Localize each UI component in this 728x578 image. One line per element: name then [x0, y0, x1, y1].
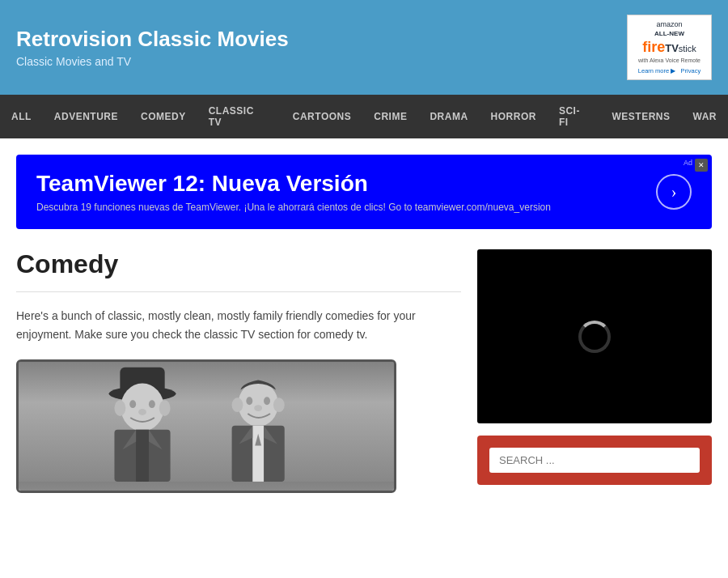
nav-item-sci-fi[interactable]: SCI-FI — [548, 95, 601, 138]
movie-thumbnail[interactable] — [16, 359, 396, 493]
heading-divider — [16, 291, 461, 292]
movie-scene-svg — [19, 359, 394, 482]
nav-item-classic-tv[interactable]: CLASSIC TV — [197, 95, 281, 138]
svg-point-3 — [121, 384, 163, 431]
nav-item-cartoons[interactable]: CARTOONS — [281, 100, 362, 133]
nav-item-war[interactable]: WAR — [682, 100, 729, 133]
svg-rect-10 — [136, 430, 149, 482]
video-loading-spinner — [578, 321, 611, 353]
amazon-all-new: ALL-NEW — [633, 30, 706, 38]
nav-item-comedy[interactable]: COMEDY — [129, 100, 197, 133]
site-subtitle: Classic Movies and TV — [16, 55, 289, 68]
nav-item-crime[interactable]: CRIME — [362, 100, 418, 133]
main-layout: Comedy Here's a bunch of classic, mostly… — [16, 249, 712, 493]
amazon-ad-banner[interactable]: amazon ALL-NEW fireTVstick with Alexa Vo… — [627, 15, 712, 80]
ad-banner-description: Descubra 19 funciones nuevas de TeamView… — [36, 202, 640, 213]
ad-close-button[interactable]: ✕ — [695, 159, 708, 172]
tv-stick-text: TV — [665, 42, 679, 54]
svg-point-5 — [159, 400, 171, 416]
page-description: Here's a bunch of classic, mostly clean,… — [16, 307, 461, 343]
site-title[interactable]: Retrovision Classic Movies — [16, 27, 289, 52]
ad-banner-text: TeamViewer 12: Nueva Versión Descubra 19… — [36, 171, 640, 213]
left-column: Comedy Here's a bunch of classic, mostly… — [16, 249, 461, 493]
nav-item-westerns[interactable]: WESTERNS — [600, 100, 681, 133]
ad-label: Ad — [684, 159, 692, 167]
nav-item-adventure[interactable]: ADVENTURE — [43, 100, 129, 133]
svg-point-6 — [129, 400, 136, 408]
ad-banner-title[interactable]: TeamViewer 12: Nueva Versión — [36, 171, 640, 197]
svg-point-4 — [114, 400, 125, 416]
svg-point-8 — [138, 409, 146, 415]
svg-point-12 — [232, 397, 243, 412]
stick-label: stick — [679, 44, 696, 53]
site-header: Retrovision Classic Movies Classic Movie… — [0, 0, 728, 95]
amazon-learn-more[interactable]: Learn more ▶ Privacy — [633, 67, 706, 75]
svg-rect-0 — [19, 359, 394, 482]
svg-point-13 — [273, 397, 285, 412]
main-navigation: ALL ADVENTURE COMEDY CLASSIC TV CARTOONS… — [0, 95, 728, 138]
nav-item-horror[interactable]: HORROR — [480, 100, 548, 133]
svg-point-16 — [254, 405, 262, 411]
svg-point-11 — [238, 382, 277, 427]
amazon-logo-text: amazon — [633, 20, 706, 30]
page-heading: Comedy — [16, 249, 461, 279]
svg-point-7 — [149, 400, 155, 408]
nav-item-drama[interactable]: DRAMA — [418, 100, 479, 133]
search-box — [477, 436, 712, 485]
nav-item-all[interactable]: ALL — [0, 100, 43, 133]
header-branding: Retrovision Classic Movies Classic Movie… — [16, 27, 289, 68]
video-player[interactable] — [477, 249, 712, 423]
right-column — [477, 249, 712, 493]
amazon-fire-tv: fireTVstick — [633, 38, 706, 57]
teamviewer-ad-banner: Ad ✕ TeamViewer 12: Nueva Versión Descub… — [16, 155, 712, 229]
fire-text: fire — [642, 39, 665, 55]
svg-point-15 — [264, 397, 270, 405]
amazon-alexa-text: with Alexa Voice Remote — [633, 57, 706, 64]
search-input[interactable] — [489, 448, 700, 473]
movie-image — [19, 362, 394, 491]
svg-point-14 — [246, 397, 252, 405]
ad-banner-arrow-button[interactable]: › — [656, 174, 692, 210]
content-wrapper: Ad ✕ TeamViewer 12: Nueva Versión Descub… — [0, 138, 728, 578]
